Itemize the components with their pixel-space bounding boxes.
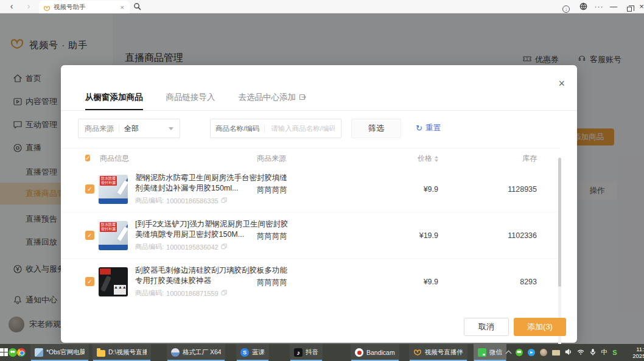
chevron-down-icon (169, 127, 173, 130)
code-prefix: 商品编码: (135, 289, 164, 298)
scrollbar-thumb[interactable] (558, 158, 561, 287)
document-icon (35, 348, 43, 357)
start-button[interactable] (0, 344, 9, 361)
filter-button[interactable]: 筛选 (351, 119, 401, 138)
tray-expand-icon[interactable] (505, 351, 511, 357)
taskbar-app-weixin[interactable]: 微信 (474, 344, 506, 361)
copy-icon[interactable] (221, 197, 227, 205)
product-source-select[interactable]: 商品来源 全部 (78, 119, 180, 138)
cancel-button[interactable]: 取消 (464, 318, 509, 336)
douyin-icon: ♪ (294, 348, 303, 357)
divider (119, 124, 119, 133)
thumb-badge-text: 密封补漏 (101, 181, 116, 185)
product-source: 苘苘苘苘 (257, 185, 287, 195)
taskbar-app-label: 蓝课 (252, 348, 265, 357)
row-checkbox[interactable]: ✓ (85, 277, 94, 286)
copy-icon[interactable] (221, 290, 227, 297)
channels-logo-icon (413, 348, 422, 357)
taskbar-app-explorer[interactable]: D:\视频号直播... (93, 344, 151, 361)
tray-device-icon[interactable] (552, 350, 560, 356)
row-checkbox[interactable]: ✓ (85, 184, 94, 194)
add-products-modal: × 从橱窗添加商品 商品链接导入 去选品中心添加 商品来源 全部 商品名称/编码 (61, 65, 577, 343)
minimize-icon[interactable]: — (606, 0, 621, 13)
taskbar-app-lanke[interactable]: S 蓝课 (236, 344, 269, 361)
thumb-badge-text: 密封补漏 (101, 227, 116, 231)
tray-wechat-icon[interactable] (516, 349, 523, 356)
search-input[interactable] (270, 124, 336, 133)
copy-icon[interactable] (221, 244, 227, 251)
product-code: 商品编码: 10000195836042 (135, 242, 227, 251)
taskbar: *Obs官网电脑... D:\视频号直播... 格式工厂 X64 ... S 蓝… (0, 344, 644, 361)
reset-button[interactable]: ↻ 重置 (416, 123, 441, 133)
modal-close-icon[interactable]: × (558, 79, 565, 88)
product-code: 商品编码: 10000186871559 (135, 289, 227, 298)
column-stock: 库存 (497, 153, 537, 164)
tab-close-icon[interactable]: × (119, 4, 125, 11)
taskbar-clock[interactable]: 11:50:47 2025/5/31 (622, 346, 644, 359)
system-tray: 中 S 11:50:47 2025/5/31 (506, 346, 644, 359)
product-table: ✓ 防水防霉密封补漏 塑钢泥防水防霉卫生间厨房洗手台密封胶填缝剂美缝封边补漏专用… (61, 166, 560, 305)
reset-label: 重置 (425, 123, 441, 133)
taskbar-app-bandicam[interactable]: Bandicam (351, 344, 399, 361)
code-value: 10000195836042 (166, 244, 219, 251)
network-icon[interactable] (577, 347, 584, 358)
row-checkbox[interactable]: ✓ (85, 231, 94, 240)
search-icon[interactable] (133, 2, 141, 13)
tab-label: 从橱窗添加商品 (85, 92, 143, 103)
product-source: 苘苘苘苘 (257, 278, 287, 288)
product-price: ¥9.9 (390, 185, 438, 194)
confirm-add-button[interactable]: 添加(3) (514, 318, 566, 336)
volume-icon[interactable] (565, 347, 572, 358)
tab-go-selection-center[interactable]: 去选品中心添加 (239, 92, 307, 110)
clock-time: 11:50:47 (622, 346, 644, 352)
taskbar-app-douyin[interactable]: ♪ 抖音 (290, 344, 323, 361)
taskbar-wechat-icon[interactable] (9, 344, 17, 361)
select-all-checkbox[interactable]: ✓ (85, 155, 90, 161)
clock-date: 2025/5/31 (622, 352, 644, 359)
taskbar-app-format-factory[interactable]: 格式工厂 X64 ... (167, 344, 225, 361)
column-price[interactable]: 价格 (398, 153, 438, 164)
taskbar-app-label: 抖音 (306, 348, 318, 357)
sort-icon[interactable] (435, 156, 438, 162)
thumb-decoration (100, 268, 111, 275)
thumb-decoration (100, 275, 111, 292)
taskbar-app-channels-live[interactable]: 视频号直播伴侣 (409, 344, 467, 361)
tab-label: 去选品中心添加 (239, 92, 296, 103)
taskbar-app-obs[interactable]: *Obs官网电脑... (30, 344, 89, 361)
taskbar-app-label: 微信 (489, 348, 502, 357)
folder-icon (97, 350, 105, 357)
code-value: 10000186871559 (166, 290, 219, 297)
format-factory-icon (171, 348, 180, 357)
browser-forward-icon[interactable]: › (22, 0, 35, 13)
lanke-icon: S (240, 348, 249, 357)
browser-bar: ‹ › ↻ 视频号助手 × ↓ ··· — × (0, 0, 644, 13)
column-product-source: 商品来源 (257, 153, 286, 164)
product-price: ¥9.9 (390, 278, 438, 286)
source-value: 全部 (124, 124, 169, 134)
download-icon[interactable]: ↓ (559, 0, 573, 13)
product-search-field[interactable]: 商品名称/编码 (210, 119, 341, 138)
tray-contact-icon[interactable] (540, 349, 547, 356)
code-prefix: 商品编码: (135, 242, 164, 251)
browser-back-icon[interactable]: ‹ (5, 0, 18, 13)
globe-icon[interactable] (576, 0, 590, 13)
wechat-icon (9, 348, 17, 357)
ime-indicator[interactable]: 中 (601, 348, 608, 357)
window-close-icon[interactable]: × (634, 0, 644, 13)
windows-icon (0, 348, 9, 357)
product-stock: 1128935 (487, 185, 537, 194)
browser-tab[interactable]: 视频号助手 × (39, 1, 130, 13)
microphone-icon[interactable] (589, 347, 597, 358)
search-field-label: 商品名称/编码 (215, 124, 259, 133)
taskbar-app-label: Bandicam (366, 349, 395, 356)
tab-import-product-link[interactable]: 商品链接导入 (166, 92, 215, 110)
taskbar-chrome-icon[interactable] (17, 344, 26, 361)
screen: ‹ › ↻ 视频号助手 × ↓ ··· — × 视频号 · 助手 (0, 0, 644, 361)
divider (264, 124, 265, 133)
table-row: ✓ 防水防霉密封补漏 塑钢泥防水防霉卫生间厨房洗手台密封胶填缝剂美缝封边补漏专用… (61, 166, 560, 212)
tray-telegram-icon[interactable] (528, 349, 535, 356)
tab-add-from-showcase[interactable]: 从橱窗添加商品 (85, 92, 143, 110)
sogou-icon[interactable]: S (612, 349, 617, 356)
product-stock: 1102336 (487, 231, 537, 240)
more-menu-icon[interactable]: ··· (592, 0, 606, 13)
